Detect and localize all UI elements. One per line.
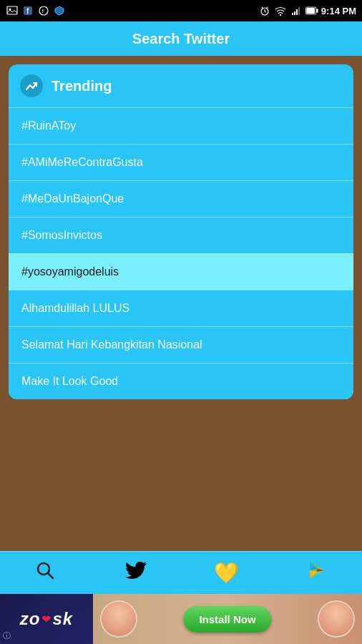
ad-person-left [100,600,137,638]
alarm-icon [258,4,271,17]
svg-rect-18 [306,8,315,14]
svg-rect-0 [7,6,17,14]
nav-twitter[interactable] [91,552,182,594]
svg-rect-13 [294,11,295,15]
trending-item-8[interactable]: Make It Look Good [9,363,353,399]
trending-item-3[interactable]: #MeDaUnBajonQue [9,180,353,217]
ad-person-right [318,600,355,638]
trending-item-6[interactable]: Alhamdulillah LULUS [9,290,353,326]
svg-line-10 [266,7,268,9]
header-title: Search Twitter [132,31,230,47]
trending-item-2[interactable]: #AMiMeReContraGusta [9,144,353,180]
svg-rect-17 [316,9,318,12]
heart-icon: 💛 [214,561,239,585]
svg-line-9 [262,7,263,9]
nav-play-store[interactable] [272,552,363,594]
bottom-nav: 💛 [0,551,362,594]
ad-heart-icon: ❤ [41,613,51,626]
time-display: 9:14 PM [321,6,356,16]
status-bar: f ! [0,0,362,21]
ad-info-icon: ⓘ [3,630,11,641]
wifi-icon [274,4,287,17]
header: Search Twitter [0,21,362,56]
image-icon [6,4,19,17]
play-store-icon [307,560,327,585]
ad-banner[interactable]: zo ❤ sk Install Now ⓘ [0,594,362,644]
ad-logo-section: zo ❤ sk [0,594,93,644]
svg-rect-12 [292,13,293,15]
search-nav-icon [35,560,55,585]
install-now-button[interactable]: Install Now [183,606,271,633]
nav-favorites[interactable]: 💛 [181,552,272,594]
notification-icon: ! [37,4,50,17]
status-icons-left: f ! [6,4,66,17]
battery-icon [305,4,318,17]
main-content: Trending #RuinAToy #AMiMeReContraGusta #… [0,56,362,551]
shield-icon [53,4,66,17]
status-icons-right: 9:14 PM [258,4,356,17]
svg-line-20 [48,573,53,578]
svg-point-11 [280,14,281,16]
trending-item-4[interactable]: #SomosInvictos [9,217,353,253]
nav-search[interactable] [0,552,91,594]
trending-card: Trending #RuinAToy #AMiMeReContraGusta #… [9,64,353,399]
trending-item-5[interactable]: #yosoyamigodeluis [9,253,353,290]
signal-icon [290,4,303,17]
trending-item-1[interactable]: #RuinAToy [9,107,353,144]
facebook-icon: f [21,4,34,17]
trending-item-7[interactable]: Selamat Hari Kebangkitan Nasional [9,326,353,363]
svg-line-8 [265,11,266,12]
trending-up-icon [20,74,43,97]
twitter-bird-icon [125,561,147,585]
svg-rect-14 [296,9,298,15]
svg-text:!: ! [42,8,44,14]
trending-title: Trending [52,78,112,94]
ad-inner: zo ❤ sk Install Now [0,594,362,644]
svg-rect-15 [298,7,300,15]
ad-people: Install Now [93,594,362,644]
trending-header: Trending [9,64,353,107]
ad-logo: zo ❤ sk [20,609,73,629]
trending-list: #RuinAToy #AMiMeReContraGusta #MeDaUnBaj… [9,107,353,399]
